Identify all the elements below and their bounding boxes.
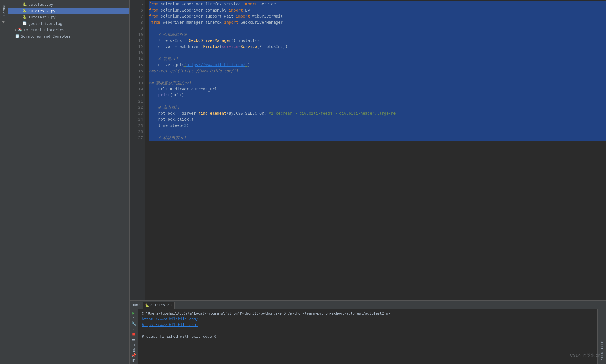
code-editor[interactable]: from selenium.webdriver.firefox.service … — [145, 0, 606, 300]
stop-button[interactable]: ■ — [130, 332, 137, 336]
file-item-autotest2-py[interactable]: 🐍 autoTest2.py — [8, 8, 129, 14]
run-body: ▶ ↑ 🔧 ↓ ■ ☰ ⊞ 🖨 📌 🗑 C:\Users\luoshui\App… — [130, 309, 606, 364]
output-blank-line — [142, 328, 594, 334]
external-libraries-label: External Libraries — [24, 28, 64, 32]
layout-button[interactable]: ⊞ — [130, 342, 137, 347]
bilibili-link-2[interactable]: https://www.bilibili.com/ — [142, 322, 198, 328]
file-label-3: autoTest3.py — [28, 15, 56, 19]
code-line-6: from selenium.webdriver.common.by import… — [149, 7, 606, 13]
run-label: Run: — [132, 303, 140, 307]
code-line-21 — [149, 98, 606, 104]
external-libraries-item[interactable]: ▶ 📚 External Libraries — [8, 27, 129, 33]
bilibili-link-1[interactable]: https://www.bilibili.com/ — [142, 316, 198, 322]
code-view: 5 6 7 8 9 10 11 12 13 14 15 16 17 18 19 … — [130, 0, 606, 300]
run-file-icon: 🐍 — [145, 303, 149, 307]
code-line-25: time.sleep(3) — [149, 122, 606, 129]
file-item-autotest3-py[interactable]: 🐍 autoTest3.py — [8, 14, 129, 20]
code-line-18: ▽# 获取当前页面的url — [149, 80, 606, 86]
code-line-19: url1 = dirver.current_url — [149, 86, 606, 92]
code-line-22: # 点击热门 — [149, 104, 606, 110]
code-line-10: # 创建驱动对象 — [149, 31, 606, 38]
run-tab-label: autoTest2 — [150, 303, 169, 307]
run-output: C:\Users\luoshui\AppData\Local\Programs\… — [138, 309, 597, 364]
py-file-icon: 🐍 — [23, 2, 27, 6]
scratches-icon: 🗒️ — [15, 34, 19, 38]
settings-button[interactable]: 🔧 — [130, 321, 137, 326]
code-line-14: # 发送url — [149, 56, 606, 62]
print-button[interactable]: 🖨 — [130, 348, 137, 352]
code-line-27: # 获取当前url — [149, 135, 606, 141]
output-exit-line: Process finished with exit code 0 — [142, 334, 594, 339]
code-line-13 — [149, 50, 606, 56]
code-line-9 — [149, 25, 606, 31]
run-panel: Run: 🐍 autoTest2 ✕ ▶ ↑ 🔧 ↓ ■ ☰ ⊞ — [130, 300, 606, 364]
code-line-12: dirver = webdriver.Firefox(service=Servi… — [149, 44, 606, 50]
code-line-24: hot_box.click() — [149, 116, 606, 122]
code-line-15: dirver.get("https://www.bilibili.com/") — [149, 62, 606, 68]
file-label-2: autoTest2.py — [28, 9, 56, 13]
code-line-23: hot_box = dirver.find_element(By.CSS_SEL… — [149, 110, 606, 116]
code-line-8: ▽from webdriver_manager.firefox import G… — [149, 19, 606, 25]
code-line-7: from selenium.webdriver.support.wait imp… — [149, 13, 606, 19]
arrow-icon: ▶ — [2, 21, 6, 24]
py-file-icon-3: 🐍 — [23, 15, 27, 19]
commit-tab-label[interactable]: Commit — [1, 2, 7, 18]
code-line-11: FirefoxIns = GeckoDriverManager().instal… — [149, 38, 606, 44]
code-line-16: ▽#driver.get("https://www.baidu.com/") — [149, 68, 606, 74]
output-line-2[interactable]: https://www.bilibili.com/ — [142, 322, 594, 328]
exit-code-text: Process finished with exit code 0 — [142, 334, 216, 339]
down-button[interactable]: ↓ — [130, 326, 137, 331]
py-file-icon-2: 🐍 — [23, 9, 27, 13]
file-item-autotest-py[interactable]: 🐍 autoTest.py — [8, 1, 129, 8]
code-line-20: print(url1) — [149, 92, 606, 98]
command-text: C:\Users\luoshui\AppData\Local\Programs\… — [142, 311, 390, 316]
run-button[interactable]: ▶ — [130, 311, 137, 315]
editor-panel: 5 6 7 8 9 10 11 12 13 14 15 16 17 18 19 … — [130, 0, 606, 300]
scratches-and-consoles-item[interactable]: 🗒️ Scratches and Consoles — [8, 33, 129, 39]
list-button[interactable]: ☰ — [130, 337, 137, 341]
file-item-geckodriver-log[interactable]: 📄 geckodriver.log — [8, 20, 129, 27]
watermark: CSDN @落水 zh — [570, 353, 600, 358]
run-tab-autotest2[interactable]: 🐍 autoTest2 ✕ — [143, 302, 175, 309]
rerun-up-button[interactable]: ↑ — [130, 316, 137, 320]
close-tab-icon[interactable]: ✕ — [170, 304, 172, 307]
file-label-4: geckodriver.log — [28, 21, 62, 26]
code-line-5: from selenium.webdriver.firefox.service … — [149, 1, 606, 7]
scratches-label: Scratches and Consoles — [21, 34, 71, 38]
main-content-area: 5 6 7 8 9 10 11 12 13 14 15 16 17 18 19 … — [130, 0, 606, 364]
run-toolbar: ▶ ↑ 🔧 ↓ ■ ☰ ⊞ 🖨 📌 🗑 — [130, 309, 138, 364]
file-tree: 🐍 autoTest.py 🐍 autoTest2.py 🐍 autoTest3… — [8, 0, 129, 364]
expand-arrow-icon: ▶ — [15, 28, 17, 31]
run-tab-bar: Run: 🐍 autoTest2 ✕ — [130, 301, 606, 309]
trash-button[interactable]: 🗑 — [130, 358, 137, 363]
project-sidebar: 🐍 autoTest.py 🐍 autoTest2.py 🐍 autoTest3… — [8, 0, 130, 364]
file-label: autoTest.py — [28, 2, 53, 7]
output-line-1[interactable]: https://www.bilibili.com/ — [142, 316, 594, 322]
code-line-17 — [149, 74, 606, 80]
code-line-26 — [149, 129, 606, 135]
library-icon: 📚 — [18, 28, 22, 32]
structure-label[interactable]: Structure — [599, 338, 605, 363]
log-file-icon: 📄 — [23, 21, 27, 25]
left-vertical-tab[interactable]: Commit ▶ — [0, 0, 8, 364]
pin-button[interactable]: 📌 — [130, 353, 137, 357]
line-numbers: 5 6 7 8 9 10 11 12 13 14 15 16 17 18 19 … — [130, 0, 145, 300]
output-command-line: C:\Users\luoshui\AppData\Local\Programs\… — [142, 311, 594, 316]
